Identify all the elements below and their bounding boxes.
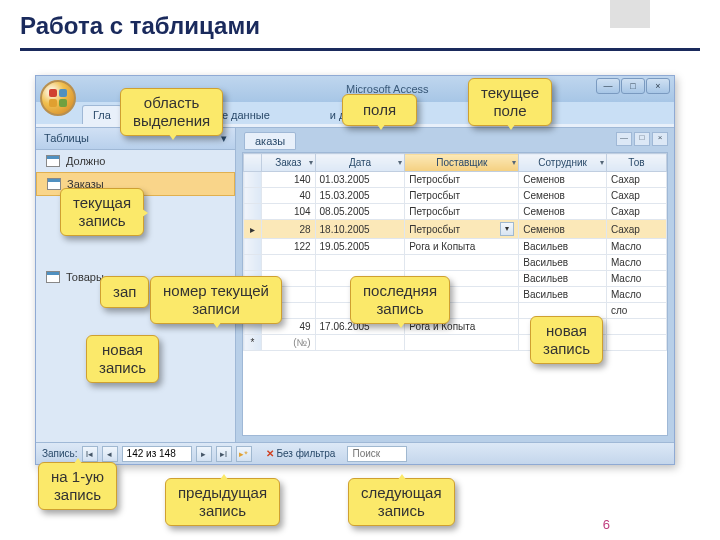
table-row[interactable]: 40 15.03.2005 Петросбыт Семенов Сахар xyxy=(244,188,667,204)
select-all-cell[interactable] xyxy=(244,154,262,172)
combo-dropdown-icon[interactable]: ▾ xyxy=(500,222,514,236)
table-row[interactable]: Васильев Масло xyxy=(244,255,667,271)
filter-indicator[interactable]: ✕ Без фильтра xyxy=(266,448,336,459)
callout-selection-area: областьвыделения xyxy=(120,88,223,136)
dropdown-icon: ▾ xyxy=(512,158,516,167)
column-header-active[interactable]: Поставщик▾ xyxy=(405,154,519,172)
office-button[interactable] xyxy=(40,80,76,116)
dropdown-icon: ▾ xyxy=(398,158,402,167)
row-selector[interactable] xyxy=(244,239,262,255)
new-record-marker[interactable]: * xyxy=(244,335,262,351)
table-row[interactable]: 140 01.03.2005 Петросбыт Семенов Сахар xyxy=(244,172,667,188)
callout-prev-record: предыдущаязапись xyxy=(165,478,280,526)
nav-item[interactable]: Должно xyxy=(36,150,235,172)
title-underline xyxy=(20,48,700,51)
callout-first-record: на 1-уюзапись xyxy=(38,462,117,510)
chevron-down-icon: ▾ xyxy=(221,132,227,145)
table-icon xyxy=(46,271,60,283)
table-row[interactable]: Васильев Масло xyxy=(244,287,667,303)
next-record-button[interactable]: ▸ xyxy=(196,446,212,462)
column-header[interactable]: Дата▾ xyxy=(315,154,405,172)
dropdown-icon: ▾ xyxy=(600,158,604,167)
callout-record-number: номер текущейзаписи xyxy=(150,276,282,324)
maximize-button[interactable]: □ xyxy=(621,78,645,94)
close-button[interactable]: × xyxy=(646,78,670,94)
column-header[interactable]: Тов xyxy=(606,154,666,172)
callout-next-record: следующаязапись xyxy=(348,478,455,526)
callout-new-record-right: новаязапись xyxy=(530,316,603,364)
callout-current-record: текущаязапись xyxy=(60,188,144,236)
table-row[interactable]: 49 17.06.2005 Рога и Копыта xyxy=(244,319,667,335)
row-selector[interactable] xyxy=(244,255,262,271)
document-area: аказы — □ × Заказ▾ Дата▾ Поставщик▾ Сотр… xyxy=(236,128,674,442)
document-tab[interactable]: аказы xyxy=(244,132,296,150)
table-icon xyxy=(46,155,60,167)
decorative-stripe xyxy=(610,0,650,28)
table-icon xyxy=(47,178,61,190)
record-navigator: Запись: I◂ ◂ ▸ ▸I ▸* ✕ Без фильтра xyxy=(36,442,674,464)
window-controls: — □ × xyxy=(596,78,670,94)
new-record-button[interactable]: ▸* xyxy=(236,446,252,462)
data-grid[interactable]: Заказ▾ Дата▾ Поставщик▾ Сотрудник▾ Тов 1… xyxy=(242,152,668,436)
doc-restore[interactable]: □ xyxy=(634,132,650,146)
doc-minimize[interactable]: — xyxy=(616,132,632,146)
ribbon-tab-home[interactable]: Гла xyxy=(82,105,122,124)
table-row[interactable]: ▸ 28 18.10.2005 Петросбыт▾ Семенов Сахар xyxy=(244,220,667,239)
row-selector[interactable] xyxy=(244,204,262,220)
table-row[interactable]: 104 08.05.2005 Петросбыт Семенов Сахар xyxy=(244,204,667,220)
callout-fields: поля xyxy=(342,94,417,126)
new-record-row[interactable]: * (№) xyxy=(244,335,667,351)
prev-record-button[interactable]: ◂ xyxy=(102,446,118,462)
minimize-button[interactable]: — xyxy=(596,78,620,94)
dropdown-icon: ▾ xyxy=(309,158,313,167)
record-position-input[interactable] xyxy=(122,446,192,462)
callout-last-record: последняязапись xyxy=(350,276,450,324)
table-row[interactable]: Васильев Масло xyxy=(244,271,667,287)
callout-current-field: текущееполе xyxy=(468,78,552,126)
table-row[interactable]: сло xyxy=(244,303,667,319)
column-header[interactable]: Сотрудник▾ xyxy=(519,154,607,172)
column-header[interactable]: Заказ▾ xyxy=(262,154,316,172)
table-row[interactable]: 122 19.05.2005 Рога и Копыта Васильев Ма… xyxy=(244,239,667,255)
row-selector[interactable]: ▸ xyxy=(244,220,262,239)
search-input[interactable] xyxy=(347,446,407,462)
page-number: 6 xyxy=(603,517,610,532)
callout-rec-partial: зап xyxy=(100,276,149,308)
callout-new-record-left: новаязапись xyxy=(86,335,159,383)
last-record-button[interactable]: ▸I xyxy=(216,446,232,462)
row-selector[interactable] xyxy=(244,188,262,204)
row-selector[interactable] xyxy=(244,172,262,188)
doc-close[interactable]: × xyxy=(652,132,668,146)
